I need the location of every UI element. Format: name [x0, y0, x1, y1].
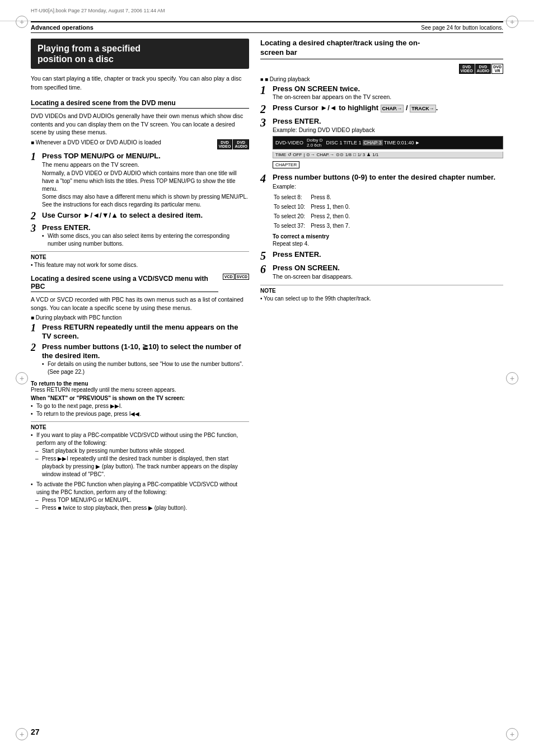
example-press-2: Press 1, then 0. [311, 203, 354, 211]
right-note: NOTE • You can select up to the 99th cha… [260, 285, 503, 303]
dvd-note-text: • This feature may not work for some dis… [31, 261, 249, 269]
reg-mark-br [506, 728, 518, 740]
dvd-step1: 1 Press TOP MENU/PG or MENU/PL. The menu… [31, 152, 249, 209]
dvd-audio-badge: DVDAUDIO [233, 139, 249, 149]
right-section-heading: Locating a desired chapter/track using t… [260, 39, 503, 59]
examples-table: To select 8: Press 8. To select 10: Pres… [273, 192, 355, 231]
example-press-1: Press 8. [311, 193, 354, 201]
left-column: Playing from a specified position on a d… [31, 39, 249, 515]
example-select-4: To select 37: [274, 222, 310, 230]
dvd-step1-title: Press TOP MENU/PG or MENU/PL. [42, 152, 249, 161]
dvd-step2-num: 2 [31, 211, 40, 221]
screen-r2-chap-arrow: CHAP.→ [316, 152, 334, 157]
vcd-when-bullet-1: To go to the next page, press ▶▶I. [31, 402, 249, 410]
dvd-video-badge: DVDVIDEO [217, 139, 233, 149]
vcd-step2-bullet: For details on using the number buttons,… [42, 360, 249, 376]
reg-mark-bl [16, 728, 28, 740]
section-title: Advanced operations [31, 24, 93, 31]
vcd-when-bullet-2: To return to the previous page, press I◀… [31, 410, 249, 418]
right-step1-desc: The on-screen bar appears on the TV scre… [273, 93, 503, 101]
vcd-note-dash-2: Press ▶▶I repeatedly until the desired t… [35, 455, 249, 478]
right-dvd-badges-container: DVDVIDEO DVDAUDIO DVDVR [260, 64, 503, 74]
dvd-step1-desc: The menu appears on the TV screen. [42, 161, 249, 169]
dvd-badges: DVDVIDEO DVDAUDIO [217, 139, 249, 149]
screen-dvd-video-label: DVD-VIDEO [275, 140, 303, 145]
example-row-2: To select 10: Press 1, then 0. [274, 203, 354, 211]
example-row-1: To select 8: Press 8. [274, 193, 354, 201]
vcd-to-return-text: Press RETURN repeatedly until the menu s… [31, 387, 249, 393]
right-dvd-badges: DVDVIDEO DVDAUDIO DVDVR [459, 64, 503, 74]
example-press-3: Press 2, then 0. [311, 212, 354, 220]
dvd-intro: DVD VIDEOs and DVD AUDIOs generally have… [31, 112, 249, 137]
dvd-section-heading: Locating a desired scene from the DVD me… [31, 99, 249, 109]
screen-play-icon: ► [415, 140, 420, 145]
vcd-note-bullet-1: If you want to play a PBC-compatible VCD… [31, 431, 249, 447]
vcd-step2-num: 2 [31, 342, 40, 353]
example-select-2: To select 10: [274, 203, 310, 211]
right-dvd-vr-badge: DVDVR [491, 64, 503, 74]
dvd-step3: 3 Press ENTER. With some discs, you can … [31, 223, 249, 248]
example-row-3: To select 20: Press 2, then 0. [274, 212, 354, 220]
right-step4: 4 Press number buttons (0-9) to enter th… [260, 173, 503, 247]
screen-chap: CHAP 3 [363, 140, 383, 145]
page-title: Playing from a specified position on a d… [38, 43, 242, 64]
right-step6-desc: The on-screen bar disappears. [273, 273, 503, 281]
vcd-note-dash-3: Press TOP MENU/PG or MENU/PL. [35, 496, 249, 504]
right-step4-example-label: Example: [273, 184, 503, 190]
screen-disc: DISC 1 [326, 140, 342, 145]
dvd-step2: 2 Use Cursor ►/◄/▼/▲ to select a desired… [31, 211, 249, 221]
right-step6-content: Press ON SCREEN. The on-screen bar disap… [273, 264, 503, 280]
right-column: Locating a desired chapter/track using t… [260, 39, 503, 515]
screen-r2-chess: ♟ [367, 152, 371, 157]
right-step4-num: 4 [260, 173, 270, 184]
vcd-section: Locating a desired scene using a VCD/SVC… [31, 275, 249, 512]
example-press-4: Press 3, then 7. [311, 222, 354, 230]
reg-mark-mr [506, 372, 518, 384]
intro-text: You can start playing a title, chapter o… [31, 74, 249, 92]
right-step2-num: 2 [260, 104, 270, 115]
screen-bar-row1: DVD-VIDEO Dolby D2.0 6ch DISC 1 TITLE 1 … [273, 136, 503, 149]
vcd-to-return: To return to the menu Press RETURN repea… [31, 378, 249, 393]
chapter-label-box: CHAPTER [273, 161, 299, 168]
vcd-step2-title: Press number buttons (1-10, ≧10) to sele… [42, 342, 249, 360]
right-note-title: NOTE [260, 288, 503, 294]
dvd-step2-content: Use Cursor ►/◄/▼/▲ to select a desired i… [42, 211, 249, 220]
right-step1-content: Press ON SCREEN twice. The on-screen bar… [273, 84, 503, 101]
vcd-badges: VCD SVCD [223, 274, 249, 280]
dvd-step2-title: Use Cursor ►/◄/▼/▲ to select a desired i… [42, 211, 249, 220]
screen-r2-18: 1/8 [345, 152, 352, 157]
dvd-note: NOTE • This feature may not work for som… [31, 251, 249, 269]
vcd-note-bullets: If you want to play a PBC-compatible VCD… [31, 431, 249, 447]
right-note-text: • You can select up to the 99th chapter/… [260, 295, 503, 303]
vcd-note-dash-list1: Start playback by pressing number button… [31, 447, 249, 478]
vcd-when-text: When "NEXT" or "PREVIOUS" is shown on th… [31, 395, 249, 401]
vcd-note-bullet-2: To activate the PBC function when playin… [31, 481, 249, 496]
screen-r2-repeat: ↺ OFF [288, 152, 302, 157]
vcd-step1-content: Press RETURN repeatedly until the menu a… [42, 323, 249, 340]
right-during-label: ■ During playback [260, 76, 503, 82]
right-step6-title: Press ON SCREEN. [273, 264, 503, 273]
right-step4-title: Press number buttons (0-9) to enter the … [273, 173, 503, 182]
screen-dolby: Dolby D2.0 6ch [307, 138, 322, 148]
vcd-step1-title: Press RETURN repeatedly until the menu a… [42, 323, 249, 340]
dvd-step3-content: Press ENTER. With some discs, you can al… [42, 223, 249, 248]
title-box: Playing from a specified position on a d… [31, 39, 249, 69]
content-area: Playing from a specified position on a d… [0, 33, 534, 527]
top-bar: HT-U90[A].book Page 27 Monday, August 7,… [0, 0, 534, 21]
dvd-step3-title: Press ENTER. [42, 223, 249, 232]
screen-title: TITLE 1 [343, 140, 361, 145]
right-step1-title: Press ON SCREEN twice. [273, 84, 503, 93]
dvd-step3-bullet: With some discs, you can also select ite… [42, 232, 249, 248]
right-step3-title: Press ENTER. [273, 117, 503, 126]
svcd-badge: SVCD [235, 274, 249, 280]
screen-r2-sep1: | [303, 152, 305, 157]
right-step6: 6 Press ON SCREEN. The on-screen bar dis… [260, 264, 503, 280]
right-step4-content: Press number buttons (0-9) to enter the … [273, 173, 503, 247]
right-step6-num: 6 [260, 264, 270, 275]
screen-r2-dot2: ⊙⊙ [336, 152, 344, 157]
right-step3: 3 Press ENTER. Example: During DVD VIDEO… [260, 117, 503, 171]
screen-r2-11: 1/1 [372, 152, 378, 157]
to-correct-title: To correct a misentry [273, 233, 503, 240]
vcd-note: NOTE If you want to play a PBC-compatibl… [31, 421, 249, 512]
right-step1-num: 1 [260, 84, 270, 96]
